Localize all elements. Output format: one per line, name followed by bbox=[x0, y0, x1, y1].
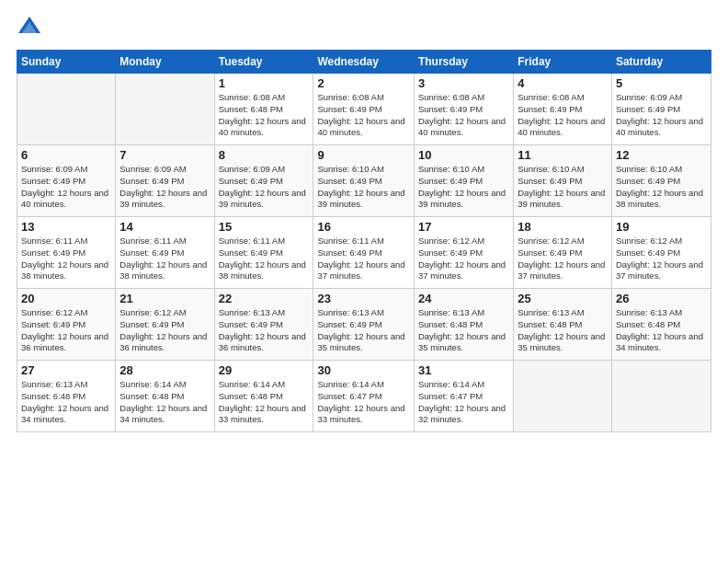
day-number: 7 bbox=[119, 148, 210, 162]
cell-info: Sunrise: 6:09 AM Sunset: 6:49 PM Dayligh… bbox=[219, 164, 310, 211]
calendar-cell: 7Sunrise: 6:09 AM Sunset: 6:49 PM Daylig… bbox=[116, 145, 214, 217]
calendar-cell: 10Sunrise: 6:10 AM Sunset: 6:49 PM Dayli… bbox=[414, 145, 513, 217]
cell-info: Sunrise: 6:10 AM Sunset: 6:49 PM Dayligh… bbox=[418, 164, 509, 211]
day-number: 12 bbox=[616, 148, 707, 162]
day-number: 9 bbox=[317, 148, 409, 162]
calendar-cell: 14Sunrise: 6:11 AM Sunset: 6:49 PM Dayli… bbox=[116, 217, 214, 289]
calendar-cell: 20Sunrise: 6:12 AM Sunset: 6:49 PM Dayli… bbox=[17, 289, 116, 361]
calendar-cell bbox=[116, 74, 214, 145]
day-number: 30 bbox=[317, 363, 409, 377]
day-header-monday: Monday bbox=[116, 51, 214, 74]
calendar-header-row: SundayMondayTuesdayWednesdayThursdayFrid… bbox=[17, 51, 711, 74]
calendar-cell: 5Sunrise: 6:09 AM Sunset: 6:49 PM Daylig… bbox=[611, 74, 711, 145]
calendar-cell: 21Sunrise: 6:12 AM Sunset: 6:49 PM Dayli… bbox=[116, 289, 214, 361]
day-number: 25 bbox=[518, 292, 608, 305]
calendar-cell: 16Sunrise: 6:11 AM Sunset: 6:49 PM Dayli… bbox=[313, 217, 414, 289]
calendar-cell: 12Sunrise: 6:10 AM Sunset: 6:49 PM Dayli… bbox=[611, 145, 711, 217]
cell-info: Sunrise: 6:12 AM Sunset: 6:49 PM Dayligh… bbox=[518, 236, 608, 282]
calendar-cell: 27Sunrise: 6:13 AM Sunset: 6:48 PM Dayli… bbox=[17, 361, 116, 432]
day-number: 29 bbox=[219, 363, 310, 377]
week-row-2: 6Sunrise: 6:09 AM Sunset: 6:49 PM Daylig… bbox=[17, 145, 711, 217]
cell-info: Sunrise: 6:12 AM Sunset: 6:49 PM Dayligh… bbox=[21, 307, 111, 354]
cell-info: Sunrise: 6:13 AM Sunset: 6:48 PM Dayligh… bbox=[616, 307, 707, 354]
cell-info: Sunrise: 6:08 AM Sunset: 6:49 PM Dayligh… bbox=[418, 92, 509, 139]
week-row-4: 20Sunrise: 6:12 AM Sunset: 6:49 PM Dayli… bbox=[17, 289, 711, 361]
day-number: 1 bbox=[219, 76, 310, 90]
week-row-3: 13Sunrise: 6:11 AM Sunset: 6:49 PM Dayli… bbox=[17, 217, 711, 289]
cell-info: Sunrise: 6:08 AM Sunset: 6:49 PM Dayligh… bbox=[317, 92, 409, 139]
day-header-thursday: Thursday bbox=[414, 51, 513, 74]
calendar-cell: 1Sunrise: 6:08 AM Sunset: 6:48 PM Daylig… bbox=[214, 74, 313, 145]
day-number: 28 bbox=[119, 363, 210, 377]
day-number: 24 bbox=[418, 292, 509, 305]
cell-info: Sunrise: 6:13 AM Sunset: 6:48 PM Dayligh… bbox=[518, 307, 608, 354]
day-header-wednesday: Wednesday bbox=[313, 51, 414, 74]
day-number: 22 bbox=[219, 292, 310, 305]
calendar-cell: 19Sunrise: 6:12 AM Sunset: 6:49 PM Dayli… bbox=[611, 217, 711, 289]
logo-icon bbox=[17, 15, 42, 40]
cell-info: Sunrise: 6:14 AM Sunset: 6:48 PM Dayligh… bbox=[119, 379, 210, 426]
calendar-cell: 8Sunrise: 6:09 AM Sunset: 6:49 PM Daylig… bbox=[214, 145, 313, 217]
day-number: 5 bbox=[616, 76, 707, 90]
calendar-cell: 24Sunrise: 6:13 AM Sunset: 6:48 PM Dayli… bbox=[414, 289, 513, 361]
day-header-tuesday: Tuesday bbox=[214, 51, 313, 74]
calendar-cell: 6Sunrise: 6:09 AM Sunset: 6:49 PM Daylig… bbox=[17, 145, 116, 217]
cell-info: Sunrise: 6:11 AM Sunset: 6:49 PM Dayligh… bbox=[21, 236, 111, 282]
day-number: 16 bbox=[317, 220, 409, 234]
day-number: 8 bbox=[219, 148, 310, 162]
cell-info: Sunrise: 6:14 AM Sunset: 6:48 PM Dayligh… bbox=[219, 379, 310, 426]
calendar-cell: 4Sunrise: 6:08 AM Sunset: 6:49 PM Daylig… bbox=[514, 74, 612, 145]
day-number: 18 bbox=[518, 220, 608, 234]
day-number: 13 bbox=[21, 220, 111, 234]
calendar-cell: 9Sunrise: 6:10 AM Sunset: 6:49 PM Daylig… bbox=[313, 145, 414, 217]
cell-info: Sunrise: 6:13 AM Sunset: 6:48 PM Dayligh… bbox=[21, 379, 111, 426]
cell-info: Sunrise: 6:08 AM Sunset: 6:49 PM Dayligh… bbox=[518, 92, 608, 139]
calendar-cell: 13Sunrise: 6:11 AM Sunset: 6:49 PM Dayli… bbox=[17, 217, 116, 289]
calendar-cell: 11Sunrise: 6:10 AM Sunset: 6:49 PM Dayli… bbox=[514, 145, 612, 217]
calendar-cell: 31Sunrise: 6:14 AM Sunset: 6:47 PM Dayli… bbox=[414, 361, 513, 432]
cell-info: Sunrise: 6:11 AM Sunset: 6:49 PM Dayligh… bbox=[219, 236, 310, 282]
day-header-saturday: Saturday bbox=[611, 51, 711, 74]
logo bbox=[17, 15, 46, 40]
day-header-friday: Friday bbox=[514, 51, 612, 74]
calendar-cell bbox=[514, 361, 612, 432]
calendar-cell: 15Sunrise: 6:11 AM Sunset: 6:49 PM Dayli… bbox=[214, 217, 313, 289]
cell-info: Sunrise: 6:10 AM Sunset: 6:49 PM Dayligh… bbox=[616, 164, 707, 211]
cell-info: Sunrise: 6:09 AM Sunset: 6:49 PM Dayligh… bbox=[119, 164, 210, 211]
calendar-cell: 22Sunrise: 6:13 AM Sunset: 6:49 PM Dayli… bbox=[214, 289, 313, 361]
calendar-cell: 17Sunrise: 6:12 AM Sunset: 6:49 PM Dayli… bbox=[414, 217, 513, 289]
calendar-cell: 3Sunrise: 6:08 AM Sunset: 6:49 PM Daylig… bbox=[414, 74, 513, 145]
cell-info: Sunrise: 6:12 AM Sunset: 6:49 PM Dayligh… bbox=[418, 236, 509, 282]
calendar-cell: 29Sunrise: 6:14 AM Sunset: 6:48 PM Dayli… bbox=[214, 361, 313, 432]
cell-info: Sunrise: 6:13 AM Sunset: 6:49 PM Dayligh… bbox=[317, 307, 409, 354]
cell-info: Sunrise: 6:09 AM Sunset: 6:49 PM Dayligh… bbox=[21, 164, 111, 211]
day-number: 26 bbox=[616, 292, 707, 305]
day-number: 10 bbox=[418, 148, 509, 162]
cell-info: Sunrise: 6:11 AM Sunset: 6:49 PM Dayligh… bbox=[119, 236, 210, 282]
day-header-sunday: Sunday bbox=[17, 51, 116, 74]
day-number: 11 bbox=[518, 148, 608, 162]
cell-info: Sunrise: 6:10 AM Sunset: 6:49 PM Dayligh… bbox=[518, 164, 608, 211]
calendar-cell: 23Sunrise: 6:13 AM Sunset: 6:49 PM Dayli… bbox=[313, 289, 414, 361]
day-number: 17 bbox=[418, 220, 509, 234]
day-number: 20 bbox=[21, 292, 111, 305]
day-number: 27 bbox=[21, 363, 111, 377]
cell-info: Sunrise: 6:13 AM Sunset: 6:48 PM Dayligh… bbox=[418, 307, 509, 354]
calendar-cell: 26Sunrise: 6:13 AM Sunset: 6:48 PM Dayli… bbox=[611, 289, 711, 361]
cell-info: Sunrise: 6:09 AM Sunset: 6:49 PM Dayligh… bbox=[616, 92, 707, 139]
page: SundayMondayTuesdayWednesdayThursdayFrid… bbox=[0, 0, 728, 563]
calendar-cell: 18Sunrise: 6:12 AM Sunset: 6:49 PM Dayli… bbox=[514, 217, 612, 289]
calendar-cell bbox=[17, 74, 116, 145]
calendar-cell: 30Sunrise: 6:14 AM Sunset: 6:47 PM Dayli… bbox=[313, 361, 414, 432]
cell-info: Sunrise: 6:08 AM Sunset: 6:48 PM Dayligh… bbox=[219, 92, 310, 139]
calendar: SundayMondayTuesdayWednesdayThursdayFrid… bbox=[17, 50, 711, 432]
day-number: 3 bbox=[418, 76, 509, 90]
day-number: 2 bbox=[317, 76, 409, 90]
cell-info: Sunrise: 6:12 AM Sunset: 6:49 PM Dayligh… bbox=[119, 307, 210, 354]
week-row-1: 1Sunrise: 6:08 AM Sunset: 6:48 PM Daylig… bbox=[17, 74, 711, 145]
calendar-cell: 28Sunrise: 6:14 AM Sunset: 6:48 PM Dayli… bbox=[116, 361, 214, 432]
cell-info: Sunrise: 6:14 AM Sunset: 6:47 PM Dayligh… bbox=[418, 379, 509, 426]
cell-info: Sunrise: 6:12 AM Sunset: 6:49 PM Dayligh… bbox=[616, 236, 707, 282]
cell-info: Sunrise: 6:11 AM Sunset: 6:49 PM Dayligh… bbox=[317, 236, 409, 282]
week-row-5: 27Sunrise: 6:13 AM Sunset: 6:48 PM Dayli… bbox=[17, 361, 711, 432]
